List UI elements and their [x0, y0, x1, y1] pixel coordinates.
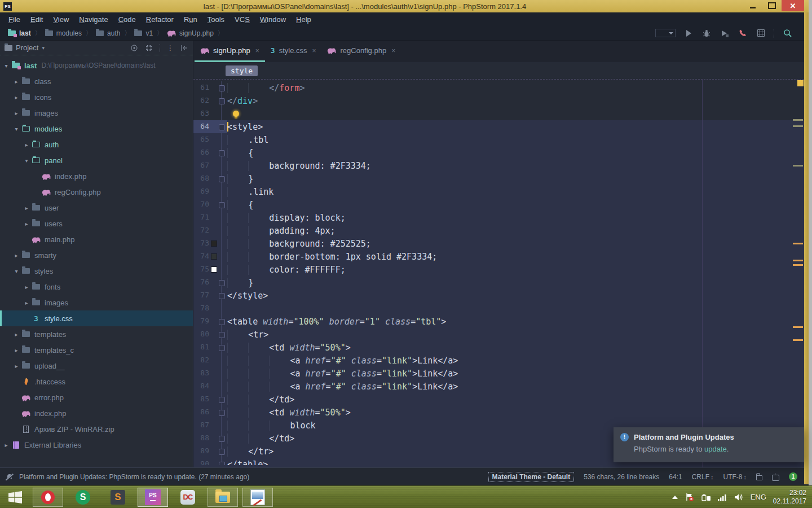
network-signal-icon[interactable] — [718, 493, 727, 501]
tree-item-templates[interactable]: ▸templates — [0, 326, 193, 342]
debug-icon[interactable] — [701, 28, 712, 38]
run-coverage-icon[interactable] — [720, 28, 730, 38]
tree-item-style-css[interactable]: 3style.css — [0, 310, 193, 326]
tree-item-smarty[interactable]: ▸smarty — [0, 247, 193, 263]
menu-item-vcs[interactable]: VCS — [230, 15, 255, 24]
tab-close-icon[interactable]: × — [255, 47, 259, 55]
fold-marker-icon[interactable] — [219, 85, 225, 91]
tree-chevron-icon[interactable]: ▸ — [14, 331, 19, 338]
menu-item-code[interactable]: Code — [113, 15, 141, 24]
tree-chevron-icon[interactable]: ▸ — [24, 205, 29, 211]
stripe-marker[interactable] — [793, 243, 803, 244]
taskbar-app-explorer[interactable] — [208, 488, 238, 507]
menu-item-tools[interactable]: Tools — [202, 15, 230, 24]
breadcrumb-modules[interactable]: modules — [45, 29, 82, 37]
tree-item-images[interactable]: ▸images — [0, 295, 193, 310]
tree-chevron-icon[interactable]: ▸ — [14, 363, 19, 369]
tree-chevron-icon[interactable]: ▸ — [14, 347, 19, 353]
stripe-marker[interactable] — [793, 339, 803, 341]
breadcrumb-auth[interactable]: auth — [96, 29, 120, 37]
code-editor[interactable]: 61 </form>62</div>6364<style>65 .tbl66 {… — [193, 81, 804, 465]
tree-chevron-icon[interactable]: ▸ — [14, 78, 19, 85]
tree-chevron-icon[interactable]: ▾ — [24, 157, 29, 164]
maximize-button[interactable] — [762, 0, 782, 11]
hide-panel-icon[interactable] — [180, 45, 188, 51]
tree-item-upload__[interactable]: ▸upload__ — [0, 358, 193, 374]
tree-item-user[interactable]: ▸user — [0, 200, 193, 216]
tree-chevron-icon[interactable]: ▸ — [24, 284, 29, 290]
tree-item-last[interactable]: ▾lastD:\Программы\OSPanel\domains\last — [0, 58, 193, 73]
taskbar-app-paint[interactable] — [242, 488, 273, 507]
run-icon[interactable] — [683, 28, 694, 38]
menu-item-refactor[interactable]: Refactor — [141, 15, 179, 24]
battery-icon[interactable] — [701, 493, 711, 501]
taskbar-app-sublime[interactable]: S — [103, 488, 133, 507]
tree-item-icons[interactable]: ▸icons — [0, 89, 193, 105]
fold-marker-icon[interactable] — [219, 293, 225, 299]
search-icon[interactable] — [783, 28, 793, 38]
fold-marker-icon[interactable] — [219, 397, 225, 403]
fold-marker-icon[interactable] — [219, 98, 225, 104]
menu-item-view[interactable]: View — [48, 15, 74, 24]
theme-widget[interactable]: Material Theme - Default — [488, 472, 575, 482]
stripe-marker[interactable] — [793, 326, 803, 328]
tree-item-panel[interactable]: ▾panel — [0, 152, 193, 168]
taskbar-app-opera[interactable] — [33, 488, 63, 507]
menu-item-window[interactable]: Window — [255, 15, 291, 24]
fold-marker-icon[interactable] — [219, 345, 225, 351]
tab-close-icon[interactable]: × — [391, 47, 395, 55]
update-link[interactable]: update — [704, 445, 727, 453]
editor-tab-signUp-php[interactable]: signUp.php× — [195, 41, 265, 62]
menu-item-run[interactable]: Run — [179, 15, 202, 24]
stripe-marker[interactable] — [793, 260, 803, 261]
tree-item-auth[interactable]: ▸auth — [0, 137, 193, 152]
editor-tab-style-css[interactable]: 3style.css× — [265, 41, 322, 62]
start-button[interactable] — [0, 486, 30, 508]
menu-item-help[interactable]: Help — [291, 15, 316, 24]
clock[interactable]: 23:02 02.11.2017 — [773, 489, 806, 506]
tree-item-error-php[interactable]: error.php — [0, 389, 193, 405]
coverage-grid-icon[interactable] — [756, 28, 766, 38]
tree-item-external-libraries[interactable]: ▸External Libraries — [0, 437, 193, 453]
intention-bulb-icon[interactable] — [233, 111, 239, 117]
menu-item-navigate[interactable]: Navigate — [74, 15, 113, 24]
breadcrumb-signUpphp[interactable]: signUp.php — [167, 29, 214, 37]
tree-item-users[interactable]: ▸users — [0, 216, 193, 231]
encoding-widget[interactable]: UTF-8 — [723, 473, 747, 481]
tree-item--htaccess[interactable]: .htaccess — [0, 374, 193, 389]
tree-item-modules[interactable]: ▾modules — [0, 121, 193, 137]
run-config-dropdown[interactable] — [655, 29, 676, 37]
tree-chevron-icon[interactable]: ▸ — [24, 300, 29, 306]
inspection-status-square[interactable] — [797, 80, 804, 86]
tree-chevron-icon[interactable]: ▸ — [14, 110, 19, 116]
tree-chevron-icon[interactable]: ▸ — [24, 221, 29, 227]
editor-tab-regConfig-php[interactable]: regConfig.php× — [321, 41, 401, 62]
panel-options-icon[interactable]: ⋮ — [167, 44, 174, 52]
notification-count-badge[interactable]: 1 — [789, 472, 797, 481]
menu-item-edit[interactable]: Edit — [25, 15, 48, 24]
breadcrumb-v1[interactable]: v1 — [134, 29, 153, 37]
tree-item-images[interactable]: ▸images — [0, 105, 193, 121]
fold-marker-icon[interactable] — [219, 124, 225, 130]
tree-chevron-icon[interactable]: ▾ — [3, 63, 9, 69]
tree-item-fonts[interactable]: ▸fonts — [0, 279, 193, 295]
fold-marker-icon[interactable] — [219, 319, 225, 325]
event-log-icon[interactable] — [6, 473, 14, 481]
fold-marker-icon[interactable] — [219, 449, 225, 455]
collapse-all-icon[interactable] — [145, 44, 153, 52]
fold-marker-icon[interactable] — [219, 176, 225, 182]
line-ending-widget[interactable]: CRLF — [692, 473, 714, 481]
taskbar-app-daemon-tools[interactable]: DC — [173, 488, 203, 507]
fold-marker-icon[interactable] — [219, 436, 225, 442]
language-indicator[interactable]: ENG — [751, 493, 766, 501]
readonly-lock-icon[interactable] — [756, 475, 762, 480]
fold-marker-icon[interactable] — [219, 202, 225, 208]
stripe-marker[interactable] — [793, 165, 803, 167]
locate-file-icon[interactable] — [130, 44, 138, 52]
tree-item-main-php[interactable]: main.php — [0, 231, 193, 247]
minimize-button[interactable] — [743, 0, 762, 11]
phone-listener-icon[interactable] — [738, 28, 748, 38]
tree-item-templates_c[interactable]: ▸templates_c — [0, 342, 193, 358]
action-center-flag-icon[interactable] — [685, 493, 694, 502]
tree-chevron-icon[interactable]: ▸ — [14, 252, 19, 259]
